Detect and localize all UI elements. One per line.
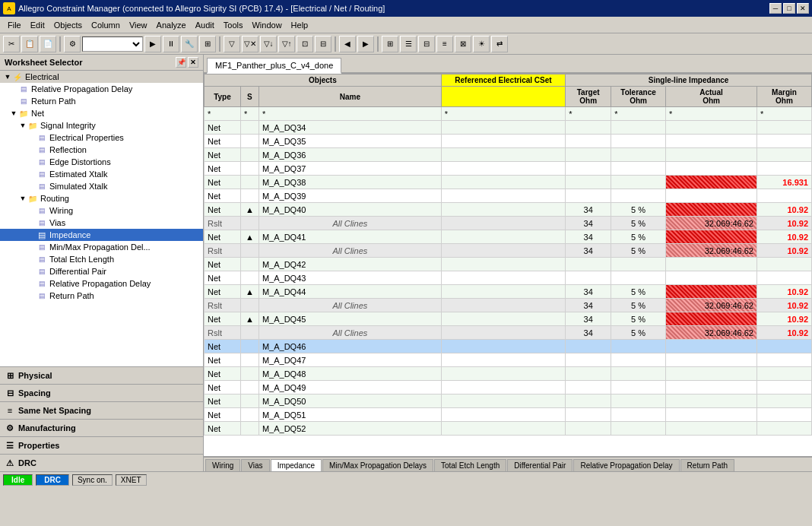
menu-help[interactable]: Help <box>287 19 313 31</box>
view-btn-1[interactable]: ⊞ <box>382 36 398 52</box>
section-properties[interactable]: ☰ Properties <box>0 436 203 454</box>
filter-btn-5[interactable]: ⊡ <box>297 36 313 52</box>
btab-wiring[interactable]: Wiring <box>205 459 240 471</box>
view-btn-3[interactable]: ⊟ <box>418 36 435 52</box>
table-row[interactable]: NetM_A_DQ46 <box>205 340 812 353</box>
section-same-net-spacing[interactable]: ≡ Same Net Spacing <box>0 401 203 419</box>
cell-name: M_A_DQ51 <box>259 408 441 422</box>
tree-diff-pair[interactable]: ▤ Differential Pair <box>0 265 203 277</box>
menu-file[interactable]: File <box>3 19 26 31</box>
menu-audit[interactable]: Audit <box>191 19 219 31</box>
tree-elec-props[interactable]: ▤ Electrical Properties <box>0 132 203 144</box>
tree-sim-xtalk[interactable]: ▤ Simulated Xtalk <box>0 180 203 192</box>
view-btn-6[interactable]: ☀ <box>473 36 490 52</box>
menu-window[interactable]: Window <box>247 19 286 31</box>
btn-d[interactable]: ⊞ <box>199 36 216 52</box>
btab-total-etch[interactable]: Total Etch Length <box>434 459 506 471</box>
cell-tolerance <box>611 271 666 285</box>
tree-est-xtalk[interactable]: ▤ Estimated Xtalk <box>0 168 203 180</box>
table-row[interactable]: NetM_A_DQ51 <box>205 408 812 422</box>
tree-total-etch[interactable]: ▤ Total Etch Length <box>0 253 203 265</box>
table-row[interactable]: RsltAll Clines345 %32.069:46.6210.92 <box>205 217 812 230</box>
section-spacing[interactable]: ⊟ Spacing <box>0 384 203 401</box>
table-row[interactable]: RsltAll Clines345 %32.069:46.6210.92 <box>205 244 812 258</box>
btab-rel-prop[interactable]: Relative Propagation Delay <box>573 459 679 471</box>
dropdown-1[interactable] <box>82 36 143 52</box>
tree-wiring[interactable]: ▤ Wiring <box>0 204 203 217</box>
table-row[interactable]: Net▲M_A_DQ44345 %10.92 <box>205 285 812 299</box>
nav-back[interactable]: ◀ <box>339 36 356 52</box>
section-manufacturing[interactable]: ⚙ Manufacturing <box>0 419 203 436</box>
view-btn-2[interactable]: ☰ <box>400 36 417 52</box>
sidebar-close-button[interactable]: ✕ <box>188 57 198 68</box>
section-drc[interactable]: ⚠ DRC <box>0 454 203 471</box>
filter-btn-1[interactable]: ▽ <box>224 36 240 52</box>
table-row[interactable]: NetM_A_DQ47 <box>205 353 812 367</box>
filter-btn-6[interactable]: ⊟ <box>315 36 331 52</box>
table-row[interactable]: Net▲M_A_DQ41345 %10.92 <box>205 230 812 244</box>
btab-vias[interactable]: Vias <box>241 459 269 471</box>
filter-btn-3[interactable]: ▽↓ <box>260 36 277 52</box>
menu-view[interactable]: View <box>125 19 152 31</box>
menu-tools[interactable]: Tools <box>219 19 248 31</box>
maximize-button[interactable]: □ <box>783 3 795 14</box>
filter-btn-4[interactable]: ▽↑ <box>278 36 295 52</box>
tree-return-path-top[interactable]: ▤ Return Path <box>0 95 203 107</box>
tree-net[interactable]: ▼ 📁 Net <box>0 107 203 119</box>
table-row[interactable]: RsltAll Clines345 %32.069:46.6210.92 <box>205 299 812 312</box>
table-row[interactable]: NetM_A_DQ35 <box>205 135 812 148</box>
menu-column[interactable]: Column <box>87 19 125 31</box>
sidebar-pin-button[interactable]: 📌 <box>176 57 186 68</box>
tree-vias[interactable]: ▤ Vias <box>0 217 203 229</box>
tree-minmax[interactable]: ▤ Min/Max Propagation Del... <box>0 241 203 253</box>
tree-rel-prop-delay-top[interactable]: ▤ Relative Propagation Delay <box>0 83 203 95</box>
table-row[interactable]: NetM_A_DQ3816.931 <box>205 176 812 189</box>
btab-return-path[interactable]: Return Path <box>680 459 734 471</box>
tree-reflection[interactable]: ▤ Reflection <box>0 144 203 156</box>
section-physical[interactable]: ⊞ Physical <box>0 366 203 384</box>
table-row[interactable]: NetM_A_DQ52 <box>205 422 812 436</box>
table-row[interactable]: Net▲M_A_DQ40345 %10.92 <box>205 203 812 217</box>
view-btn-5[interactable]: ⊠ <box>455 36 471 52</box>
table-container[interactable]: Objects Referenced Electrical CSet Singl… <box>204 74 812 456</box>
tree-edge-distortions[interactable]: ▤ Edge Distortions <box>0 156 203 168</box>
props-button[interactable]: ⚙ <box>64 36 81 52</box>
tree-rel-prop-delay[interactable]: ▤ Relative Propagation Delay <box>0 277 203 290</box>
tree-electrical[interactable]: ▼ ⚡ Electrical <box>0 71 203 83</box>
menu-analyze[interactable]: Analyze <box>152 19 191 31</box>
table-row[interactable]: NetM_A_DQ50 <box>205 394 812 408</box>
table-row[interactable]: NetM_A_DQ34 <box>205 121 812 135</box>
minimize-button[interactable]: ─ <box>769 3 782 14</box>
table-row[interactable]: NetM_A_DQ42 <box>205 258 812 271</box>
menu-edit[interactable]: Edit <box>26 19 49 31</box>
btn-b[interactable]: ⏸ <box>163 36 179 52</box>
menu-objects[interactable]: Objects <box>49 19 87 31</box>
table-row[interactable]: NetM_A_DQ49 <box>205 381 812 394</box>
cut-button[interactable]: ✂ <box>3 36 20 52</box>
btn-c[interactable]: 🔧 <box>181 36 198 52</box>
table-row[interactable]: NetM_A_DQ36 <box>205 148 812 162</box>
tab-main[interactable]: MF1_Panther_plus_C_v4_done <box>207 58 341 74</box>
nav-forward[interactable]: ▶ <box>357 36 374 52</box>
btab-minmax[interactable]: Min/Max Propagation Delays <box>322 459 433 471</box>
table-row[interactable]: NetM_A_DQ48 <box>205 367 812 381</box>
btab-impedance[interactable]: Impedance <box>271 459 322 471</box>
btab-diff-pair[interactable]: Differential Pair <box>507 459 573 471</box>
view-btn-7[interactable]: ⇄ <box>491 36 508 52</box>
tree-signal-integrity[interactable]: ▼ 📁 Signal Integrity <box>0 119 203 132</box>
filter-btn-2[interactable]: ▽✕ <box>242 36 259 52</box>
table-row[interactable]: RsltAll Clines345 %32.069:46.6210.92 <box>205 326 812 340</box>
tree-routing[interactable]: ▼ 📁 Routing <box>0 192 203 204</box>
tree-impedance[interactable]: ▤ Impedance <box>0 229 203 241</box>
table-row[interactable]: Net▲M_A_DQ45345 %10.92 <box>205 312 812 326</box>
view-btn-4[interactable]: ≡ <box>436 36 453 52</box>
tree-return-path[interactable]: ▤ Return Path <box>0 290 203 302</box>
close-button[interactable]: ✕ <box>797 3 809 14</box>
table-row[interactable]: NetM_A_DQ39 <box>205 189 812 203</box>
paste-button[interactable]: 📄 <box>40 36 56 52</box>
copy-button[interactable]: 📋 <box>21 36 38 52</box>
table-row[interactable]: NetM_A_DQ37 <box>205 162 812 176</box>
table-row[interactable]: NetM_A_DQ43 <box>205 271 812 285</box>
btn-a[interactable]: ▶ <box>144 36 161 52</box>
cell-name: M_A_DQ49 <box>259 381 441 394</box>
